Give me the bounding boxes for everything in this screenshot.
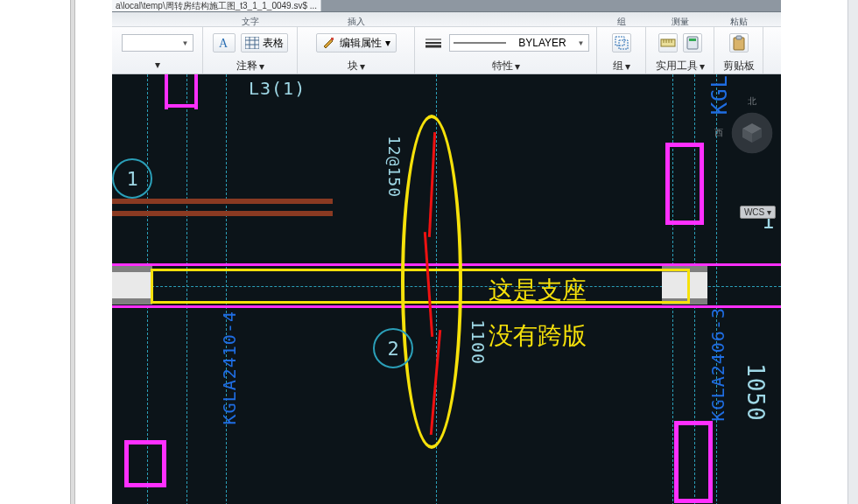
edit-attributes-icon [322,36,336,50]
label-KGL: KGL [707,74,732,115]
ribbon: ▼ ▾ 文字 A 表格 [112,27,781,74]
document-tab-bar: a\local\temp\周转房结构施工图_t3_1_1_0049.sv$ ..… [112,0,781,12]
chevron-down-icon: ▼ [578,39,585,47]
calculator-button[interactable] [683,33,702,52]
view-cube[interactable]: 北 西 [728,109,776,157]
document-tab-label: a\local\temp\周转房结构施工图_t3_1_1_0049.sv$ ..… [116,0,317,11]
annotation-text-support: 这是支座 [489,274,587,307]
ribbon-panel-block: 插入 编辑属性 ▾ 块▾ [298,27,415,74]
svg-rect-12 [619,40,628,49]
view-cube-west: 西 [714,127,723,139]
group-icon [615,36,629,50]
view-cube-north: 北 [748,95,756,108]
svg-rect-11 [615,37,624,46]
wcs-selector[interactable]: WCS ▾ [740,206,776,219]
view-cube-icon [740,121,764,145]
drawing-canvas[interactable]: 1 2 L3(1) 12@150 1100 1050 1 KGL KGLA241… [112,74,781,504]
ribbon-panel-annotate-tab: 文字 [242,16,259,28]
ribbon-panel-group-tab: 组 [617,16,626,28]
grid-axis-1: 1 [112,158,152,199]
ribbon-panel-clipboard: 粘贴 剪贴板 [714,27,763,74]
dim-1050: 1050 [742,363,769,422]
grid-axis-2: 2 [373,328,413,368]
ribbon-panel-utility-tab: 测量 [672,16,689,28]
group-button[interactable] [612,33,631,52]
linetype-value: BYLAYER [518,37,566,49]
svg-text:A: A [219,37,229,50]
ribbon-panel-annotate: 文字 A 表格 注释▾ [203,27,298,74]
measure-button[interactable] [658,33,678,52]
ribbon-panel-properties-expand[interactable]: 特性▾ [492,59,520,74]
ribbon-panel-block-tab: 插入 [348,16,365,28]
ribbon-panel-layers-expand[interactable]: ▾ [155,59,160,71]
svg-rect-13 [661,39,675,46]
dim-1100: 1100 [468,319,489,365]
ribbon-panel-layers: ▼ ▾ [112,27,203,74]
ribbon-panel-block-expand[interactable]: 块▾ [348,59,365,74]
properties-lineweight-icon[interactable] [423,36,444,50]
linetype-preview [454,40,506,46]
table-button[interactable]: 表格 [241,33,288,52]
cad-app-window: a\local\temp\周转房结构施工图_t3_1_1_0049.sv$ ..… [112,0,781,504]
svg-rect-1 [245,37,259,49]
calculator-icon [686,36,699,50]
annotation-text-no-span: 没有跨版 [489,319,587,353]
ribbon-panel-properties: BYLAYER ▼ 特性▾ [415,27,597,74]
paste-button[interactable] [729,33,749,52]
chevron-down-icon: ▾ [385,37,390,49]
ruler-icon [660,37,676,49]
linetype-dropdown[interactable]: BYLAYER ▼ [449,34,589,52]
beam-label-L3: L3(1) [249,78,306,99]
ribbon-panel-group: 组 组▾ [597,27,646,74]
svg-rect-6 [331,38,334,40]
edit-attributes-button[interactable]: 编辑属性 ▾ [316,33,397,52]
rebar-label: 12@150 [385,136,404,198]
ribbon-panel-utility-expand[interactable]: 实用工具▾ [656,59,705,74]
page-scrollbar[interactable] [70,0,75,504]
layer-dropdown[interactable]: ▼ [122,34,193,52]
page-scrollbar-right[interactable] [847,0,858,504]
svg-rect-19 [689,38,696,41]
document-tab-active[interactable]: a\local\temp\周转房结构施工图_t3_1_1_0049.sv$ ..… [112,0,321,11]
ribbon-panel-clip-tab: 粘贴 [730,16,748,28]
ribbon-panel-group-expand[interactable]: 组▾ [613,59,630,74]
ribbon-panel-clip-label: 剪贴板 [723,59,755,74]
clipboard-icon [732,35,746,51]
chevron-down-icon: ▼ [182,39,189,47]
svg-rect-21 [736,36,742,39]
document-tab-strip[interactable] [321,0,781,11]
text-icon[interactable]: A [213,33,236,52]
label-KGLA2406-3: KGLA2406-3 [707,307,728,421]
ribbon-panel-annotate-expand[interactable]: 注释▾ [236,59,264,74]
edit-attributes-label: 编辑属性 [340,36,382,51]
table-button-label: 表格 [263,36,284,51]
label-KGLA2410-4: KGLA2410-4 [219,311,240,424]
ribbon-panel-utility: 测量 实用工具▾ [646,27,714,74]
table-icon [245,37,259,49]
